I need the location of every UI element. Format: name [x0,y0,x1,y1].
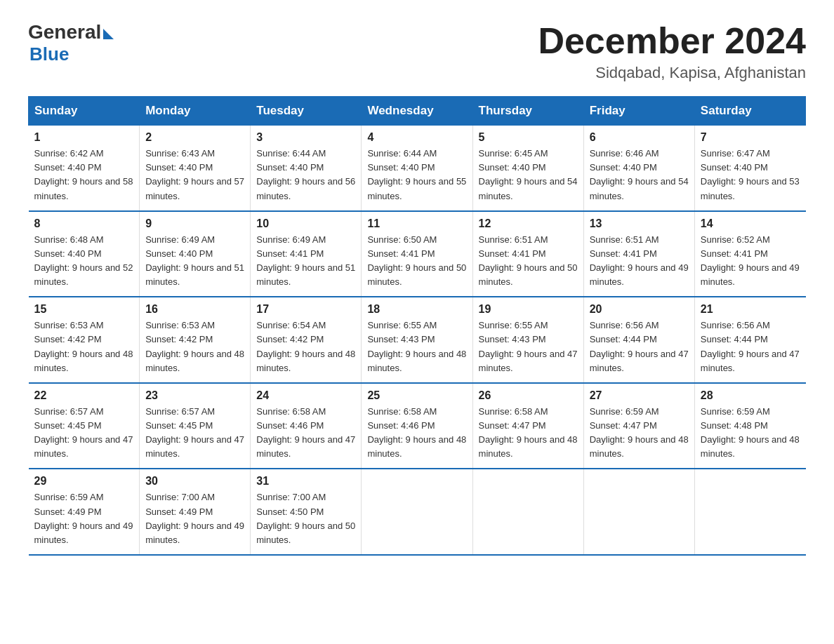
calendar-day-cell: 29 Sunrise: 6:59 AM Sunset: 4:49 PM Dayl… [29,469,140,555]
day-number: 30 [145,475,244,488]
day-info: Sunrise: 6:48 AM Sunset: 4:40 PM Dayligh… [34,233,134,290]
calendar-day-cell: 11 Sunrise: 6:50 AM Sunset: 4:41 PM Dayl… [362,211,472,297]
day-number: 10 [256,217,355,230]
day-number: 23 [145,389,244,402]
day-info: Sunrise: 6:55 AM Sunset: 4:43 PM Dayligh… [479,318,578,375]
day-info: Sunrise: 6:53 AM Sunset: 4:42 PM Dayligh… [145,318,244,375]
header-sunday: Sunday [29,97,140,126]
day-info: Sunrise: 6:44 AM Sunset: 4:40 PM Dayligh… [367,147,466,203]
day-number: 3 [256,131,355,144]
calendar-week-row: 29 Sunrise: 6:59 AM Sunset: 4:49 PM Dayl… [29,469,806,555]
calendar-week-row: 1 Sunrise: 6:42 AM Sunset: 4:40 PM Dayli… [29,126,806,211]
calendar-day-cell: 16 Sunrise: 6:53 AM Sunset: 4:42 PM Dayl… [140,297,251,383]
calendar-day-cell: 5 Sunrise: 6:45 AM Sunset: 4:40 PM Dayli… [472,126,583,211]
day-number: 27 [590,389,689,402]
day-number: 18 [367,303,466,316]
page-header: General Blue December 2024 Sidqabad, Kap… [28,21,806,82]
day-number: 28 [701,389,800,402]
day-number: 8 [34,217,134,230]
header-tuesday: Tuesday [251,97,362,126]
calendar-day-cell: 27 Sunrise: 6:59 AM Sunset: 4:47 PM Dayl… [583,383,694,469]
day-info: Sunrise: 6:54 AM Sunset: 4:42 PM Dayligh… [256,318,355,375]
calendar-week-row: 22 Sunrise: 6:57 AM Sunset: 4:45 PM Dayl… [29,383,806,469]
calendar-day-cell: 19 Sunrise: 6:55 AM Sunset: 4:43 PM Dayl… [472,297,583,383]
day-info: Sunrise: 7:00 AM Sunset: 4:49 PM Dayligh… [145,490,244,547]
calendar-day-cell: 7 Sunrise: 6:47 AM Sunset: 4:40 PM Dayli… [694,126,805,211]
weekday-header-row: Sunday Monday Tuesday Wednesday Thursday… [29,97,806,126]
day-info: Sunrise: 7:00 AM Sunset: 4:50 PM Dayligh… [256,490,355,547]
day-number: 22 [34,389,134,402]
header-saturday: Saturday [694,97,805,126]
day-number: 11 [367,217,466,230]
calendar-day-cell: 17 Sunrise: 6:54 AM Sunset: 4:42 PM Dayl… [251,297,362,383]
calendar-day-cell [583,469,694,555]
calendar-day-cell: 18 Sunrise: 6:55 AM Sunset: 4:43 PM Dayl… [362,297,472,383]
day-number: 16 [145,303,244,316]
day-info: Sunrise: 6:59 AM Sunset: 4:49 PM Dayligh… [34,490,134,547]
day-number: 14 [701,217,800,230]
calendar-day-cell: 15 Sunrise: 6:53 AM Sunset: 4:42 PM Dayl… [29,297,140,383]
logo-blue-text: Blue [29,43,114,65]
header-friday: Friday [583,97,694,126]
logo-general-text: General [28,21,101,43]
logo-triangle-icon [103,29,114,39]
header-monday: Monday [140,97,251,126]
day-info: Sunrise: 6:53 AM Sunset: 4:42 PM Dayligh… [34,318,134,375]
day-info: Sunrise: 6:50 AM Sunset: 4:41 PM Dayligh… [367,233,466,290]
day-info: Sunrise: 6:55 AM Sunset: 4:43 PM Dayligh… [367,318,466,375]
header-thursday: Thursday [472,97,583,126]
day-number: 15 [34,303,134,316]
calendar-day-cell: 2 Sunrise: 6:43 AM Sunset: 4:40 PM Dayli… [140,126,251,211]
calendar-day-cell: 25 Sunrise: 6:58 AM Sunset: 4:46 PM Dayl… [362,383,472,469]
day-info: Sunrise: 6:57 AM Sunset: 4:45 PM Dayligh… [34,405,134,462]
day-info: Sunrise: 6:49 AM Sunset: 4:40 PM Dayligh… [145,233,244,290]
day-number: 25 [367,389,466,402]
day-info: Sunrise: 6:58 AM Sunset: 4:46 PM Dayligh… [256,405,355,462]
calendar-day-cell: 1 Sunrise: 6:42 AM Sunset: 4:40 PM Dayli… [29,126,140,211]
day-info: Sunrise: 6:52 AM Sunset: 4:41 PM Dayligh… [701,233,800,290]
day-number: 31 [256,475,355,488]
header-wednesday: Wednesday [362,97,472,126]
day-info: Sunrise: 6:58 AM Sunset: 4:46 PM Dayligh… [367,405,466,462]
day-info: Sunrise: 6:56 AM Sunset: 4:44 PM Dayligh… [701,318,800,375]
calendar-day-cell: 14 Sunrise: 6:52 AM Sunset: 4:41 PM Dayl… [694,211,805,297]
day-number: 29 [34,475,134,488]
calendar-day-cell: 26 Sunrise: 6:58 AM Sunset: 4:47 PM Dayl… [472,383,583,469]
day-info: Sunrise: 6:43 AM Sunset: 4:40 PM Dayligh… [145,147,244,203]
calendar-week-row: 8 Sunrise: 6:48 AM Sunset: 4:40 PM Dayli… [29,211,806,297]
day-number: 6 [590,131,689,144]
calendar-day-cell: 9 Sunrise: 6:49 AM Sunset: 4:40 PM Dayli… [140,211,251,297]
day-number: 9 [145,217,244,230]
calendar-day-cell: 20 Sunrise: 6:56 AM Sunset: 4:44 PM Dayl… [583,297,694,383]
calendar-day-cell: 6 Sunrise: 6:46 AM Sunset: 4:40 PM Dayli… [583,126,694,211]
day-info: Sunrise: 6:56 AM Sunset: 4:44 PM Dayligh… [590,318,689,375]
calendar-day-cell: 8 Sunrise: 6:48 AM Sunset: 4:40 PM Dayli… [29,211,140,297]
calendar-day-cell: 24 Sunrise: 6:58 AM Sunset: 4:46 PM Dayl… [251,383,362,469]
day-info: Sunrise: 6:46 AM Sunset: 4:40 PM Dayligh… [590,147,689,203]
day-info: Sunrise: 6:58 AM Sunset: 4:47 PM Dayligh… [479,405,578,462]
day-number: 19 [479,303,578,316]
month-year-title: December 2024 [538,21,806,61]
calendar-day-cell: 3 Sunrise: 6:44 AM Sunset: 4:40 PM Dayli… [251,126,362,211]
location-subtitle: Sidqabad, Kapisa, Afghanistan [538,64,806,82]
day-number: 7 [701,131,800,144]
day-info: Sunrise: 6:59 AM Sunset: 4:47 PM Dayligh… [590,405,689,462]
calendar-day-cell [694,469,805,555]
calendar-day-cell: 21 Sunrise: 6:56 AM Sunset: 4:44 PM Dayl… [694,297,805,383]
day-number: 24 [256,389,355,402]
day-number: 20 [590,303,689,316]
day-info: Sunrise: 6:51 AM Sunset: 4:41 PM Dayligh… [479,233,578,290]
title-section: December 2024 Sidqabad, Kapisa, Afghanis… [538,21,806,82]
calendar-day-cell: 12 Sunrise: 6:51 AM Sunset: 4:41 PM Dayl… [472,211,583,297]
day-number: 17 [256,303,355,316]
day-info: Sunrise: 6:59 AM Sunset: 4:48 PM Dayligh… [701,405,800,462]
day-number: 2 [145,131,244,144]
calendar-day-cell [362,469,472,555]
day-number: 12 [479,217,578,230]
calendar-day-cell: 22 Sunrise: 6:57 AM Sunset: 4:45 PM Dayl… [29,383,140,469]
day-number: 26 [479,389,578,402]
day-info: Sunrise: 6:42 AM Sunset: 4:40 PM Dayligh… [34,147,134,203]
day-info: Sunrise: 6:49 AM Sunset: 4:41 PM Dayligh… [256,233,355,290]
day-info: Sunrise: 6:51 AM Sunset: 4:41 PM Dayligh… [590,233,689,290]
calendar-day-cell: 30 Sunrise: 7:00 AM Sunset: 4:49 PM Dayl… [140,469,251,555]
